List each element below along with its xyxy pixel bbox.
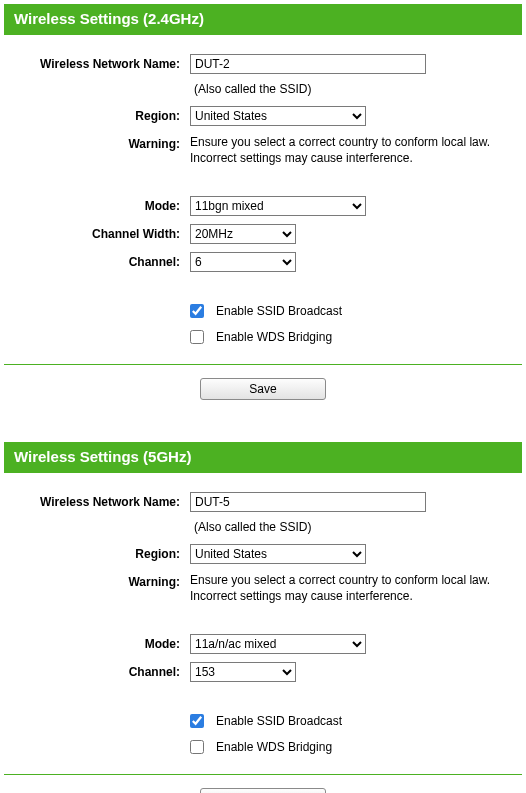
row-channel: Channel: 153 xyxy=(8,662,518,682)
divider xyxy=(4,774,522,776)
row-warning: Warning: Ensure you select a correct cou… xyxy=(8,572,518,604)
row-network-name: Wireless Network Name: (Also called the … xyxy=(8,54,518,98)
divider xyxy=(4,364,522,366)
divider xyxy=(4,472,522,474)
ssid-note: (Also called the SSID) xyxy=(194,80,311,98)
divider xyxy=(4,34,522,36)
form-24ghz: Wireless Network Name: (Also called the … xyxy=(4,40,522,364)
row-channel: Channel: 6 xyxy=(8,252,518,272)
enable-ssid-broadcast-label: Enable SSID Broadcast xyxy=(216,712,342,730)
label-region: Region: xyxy=(8,544,190,564)
enable-wds-bridging-label: Enable WDS Bridging xyxy=(216,328,332,346)
channel-select[interactable]: 153 xyxy=(190,662,296,682)
form-5ghz: Wireless Network Name: (Also called the … xyxy=(4,478,522,774)
mode-select[interactable]: 11bgn mixed xyxy=(190,196,366,216)
enable-ssid-broadcast-checkbox[interactable] xyxy=(190,304,204,318)
label-channel: Channel: xyxy=(8,252,190,272)
row-region: Region: United States xyxy=(8,106,518,126)
label-warning: Warning: xyxy=(8,572,190,592)
wireless-network-name-input[interactable] xyxy=(190,54,426,74)
save-button[interactable]: Save xyxy=(200,788,326,793)
label-mode: Mode: xyxy=(8,634,190,654)
panel-24ghz: Wireless Settings (2.4GHz) Wireless Netw… xyxy=(4,4,522,414)
row-ssid-broadcast: Enable SSID Broadcast xyxy=(8,712,518,730)
label-network-name: Wireless Network Name: xyxy=(8,492,190,512)
label-channel: Channel: xyxy=(8,662,190,682)
ssid-note: (Also called the SSID) xyxy=(194,518,311,536)
row-network-name: Wireless Network Name: (Also called the … xyxy=(8,492,518,536)
wireless-network-name-input[interactable] xyxy=(190,492,426,512)
warning-text: Ensure you select a correct country to c… xyxy=(190,134,518,166)
save-row: Save xyxy=(4,780,522,793)
panel-header-5ghz: Wireless Settings (5GHz) xyxy=(4,442,522,472)
save-button[interactable]: Save xyxy=(200,378,326,400)
save-row: Save xyxy=(4,370,522,414)
region-select[interactable]: United States xyxy=(190,106,366,126)
channel-width-select[interactable]: 20MHz xyxy=(190,224,296,244)
row-wds: Enable WDS Bridging xyxy=(8,328,518,346)
label-mode: Mode: xyxy=(8,196,190,216)
label-channel-width: Channel Width: xyxy=(8,224,190,244)
row-warning: Warning: Ensure you select a correct cou… xyxy=(8,134,518,166)
row-mode: Mode: 11a/n/ac mixed xyxy=(8,634,518,654)
channel-select[interactable]: 6 xyxy=(190,252,296,272)
row-wds: Enable WDS Bridging xyxy=(8,738,518,756)
enable-ssid-broadcast-label: Enable SSID Broadcast xyxy=(216,302,342,320)
label-warning: Warning: xyxy=(8,134,190,154)
enable-wds-bridging-checkbox[interactable] xyxy=(190,330,204,344)
enable-wds-bridging-label: Enable WDS Bridging xyxy=(216,738,332,756)
row-ssid-broadcast: Enable SSID Broadcast xyxy=(8,302,518,320)
warning-text: Ensure you select a correct country to c… xyxy=(190,572,518,604)
row-region: Region: United States xyxy=(8,544,518,564)
enable-wds-bridging-checkbox[interactable] xyxy=(190,740,204,754)
region-select[interactable]: United States xyxy=(190,544,366,564)
enable-ssid-broadcast-checkbox[interactable] xyxy=(190,714,204,728)
row-channel-width: Channel Width: 20MHz xyxy=(8,224,518,244)
panel-header-24ghz: Wireless Settings (2.4GHz) xyxy=(4,4,522,34)
panel-5ghz: Wireless Settings (5GHz) Wireless Networ… xyxy=(4,442,522,793)
label-network-name: Wireless Network Name: xyxy=(8,54,190,74)
row-mode: Mode: 11bgn mixed xyxy=(8,196,518,216)
label-region: Region: xyxy=(8,106,190,126)
mode-select[interactable]: 11a/n/ac mixed xyxy=(190,634,366,654)
